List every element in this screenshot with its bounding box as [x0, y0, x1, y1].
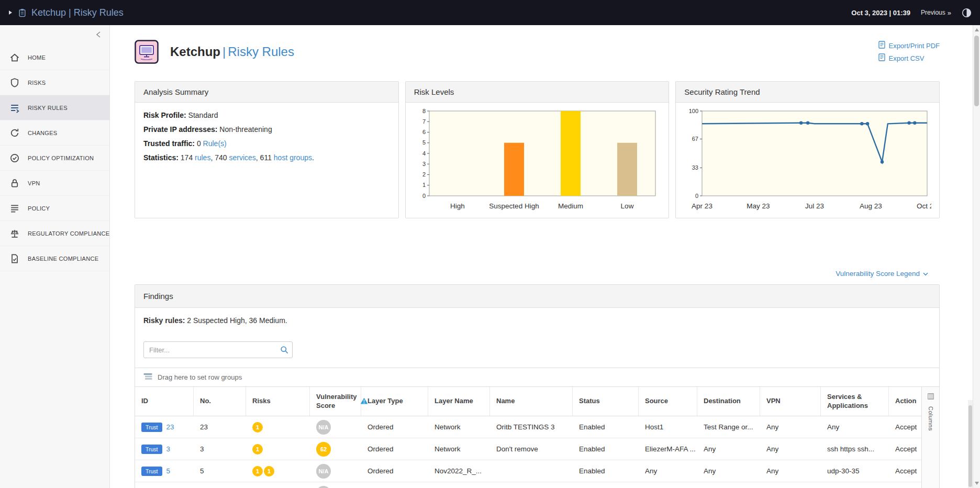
- columns-tab-label: Columns: [928, 406, 934, 431]
- stats-link-rules[interactable]: rules: [195, 153, 210, 162]
- row-groups-dropzone[interactable]: Drag here to set row groups: [135, 368, 939, 387]
- search-icon[interactable]: [280, 346, 288, 354]
- stats-link-services[interactable]: services: [229, 153, 255, 162]
- col-header-status[interactable]: Status: [573, 387, 639, 416]
- columns-tab[interactable]: Columns: [921, 387, 939, 488]
- cell: Ordered: [361, 460, 428, 482]
- rule-id-link[interactable]: 23: [166, 423, 174, 431]
- cell-id: Trust5: [135, 460, 194, 482]
- vulnerability-score-legend-link[interactable]: Vulnerability Score Legend: [836, 270, 928, 278]
- col-header-vpn[interactable]: VPN: [760, 387, 821, 416]
- table-row[interactable]: Trust1N/AOrdered: [135, 482, 921, 488]
- scroll-up-arrow-icon[interactable]: [975, 28, 979, 31]
- sidebar-item-vpn[interactable]: VPN: [0, 171, 109, 196]
- page-scrollbar[interactable]: [973, 25, 980, 488]
- export-csv-link[interactable]: Export CSV: [878, 53, 924, 63]
- cell: Any: [697, 438, 760, 460]
- cell-risks: 1: [246, 482, 310, 488]
- vulnerability-score-badge[interactable]: N/A: [316, 420, 331, 435]
- col-header-no[interactable]: No.: [194, 387, 246, 416]
- trend-marker: [860, 122, 863, 125]
- col-header-id[interactable]: ID: [135, 387, 194, 416]
- risk-count-badge[interactable]: 1: [252, 444, 263, 454]
- vulnerability-score-badge[interactable]: N/A: [316, 486, 331, 488]
- svg-text:5: 5: [422, 139, 426, 146]
- cell: Accept: [889, 460, 921, 482]
- sidebar-item-baseline-compliance[interactable]: BASELINE COMPLIANCE: [0, 246, 109, 271]
- rule-id-link[interactable]: 5: [166, 467, 171, 475]
- risk-levels-title: Risk Levels: [406, 82, 669, 103]
- table-row[interactable]: Trust33162OrderedNetworkDon't removeEnab…: [135, 438, 921, 460]
- stats-link-host-groups[interactable]: host groups: [274, 153, 312, 162]
- double-chevron-right-icon: »: [948, 9, 951, 17]
- svg-text:0: 0: [422, 193, 426, 199]
- collapse-sidebar-icon[interactable]: [96, 30, 101, 40]
- sidebar-item-policy-optimization[interactable]: POLICY OPTIMIZATION: [0, 146, 109, 171]
- col-header-action[interactable]: Action: [889, 387, 921, 416]
- filter-input[interactable]: [143, 341, 293, 358]
- svg-text:4: 4: [422, 150, 426, 157]
- col-header-services-applications[interactable]: Services & Applications: [821, 387, 889, 416]
- topbar-title: Ketchup | Risky Rules: [31, 7, 124, 18]
- vulnerability-score-badge[interactable]: N/A: [316, 464, 331, 479]
- sidebar-item-changes[interactable]: CHANGES: [0, 120, 109, 146]
- page-title: Ketchup|Risky Rules: [170, 45, 294, 59]
- col-header-destination[interactable]: Destination: [697, 387, 760, 416]
- cell: Oritb TESTINGS 3: [490, 416, 573, 438]
- compliance-icon: [9, 228, 20, 239]
- svg-text:Medium: Medium: [558, 202, 583, 210]
- bar-medium: [561, 111, 581, 196]
- svg-text:33: 33: [692, 164, 698, 171]
- table-row[interactable]: Trust5511N/AOrderedNov2022_R_...EnabledA…: [135, 460, 921, 482]
- trusted-rules-link[interactable]: Rule(s): [203, 139, 227, 148]
- expand-caret-icon[interactable]: [8, 10, 13, 15]
- report-icon: [18, 8, 27, 17]
- vulnerability-score-badge[interactable]: 62: [316, 442, 331, 457]
- trust-badge: Trust: [141, 423, 162, 432]
- cell-vulnerability: N/A: [310, 460, 361, 482]
- grid-scrollbar-thumb[interactable]: [968, 405, 972, 487]
- risk-levels-chart: 012345678HighSuspected HighMediumLow: [414, 106, 661, 217]
- sidebar-item-home[interactable]: HOME: [0, 45, 109, 70]
- table-row[interactable]: Trust23231N/AOrderedNetworkOritb TESTING…: [135, 416, 921, 438]
- theme-toggle-icon[interactable]: [962, 8, 972, 18]
- cell: 23: [194, 416, 246, 438]
- rule-id-link[interactable]: 3: [166, 445, 171, 453]
- findings-grid: Drag here to set row groups IDNo.RisksVu…: [135, 368, 939, 488]
- col-header-risks[interactable]: Risks: [246, 387, 310, 416]
- sidebar-item-risks[interactable]: RISKS: [0, 70, 109, 95]
- sidebar-item-policy[interactable]: POLICY: [0, 196, 109, 221]
- cell: [697, 482, 760, 488]
- previous-report-link[interactable]: Previous »: [921, 9, 951, 17]
- cell: Host1: [639, 416, 697, 438]
- sidebar-item-regulatory-compliance[interactable]: REGULATORY COMPLIANCE: [0, 221, 109, 246]
- col-header-name[interactable]: Name: [490, 387, 573, 416]
- sidebar-item-risky-rules[interactable]: RISKY RULES: [0, 95, 109, 120]
- svg-text:100: 100: [688, 108, 698, 114]
- col-header-layer-type[interactable]: Layer Type: [361, 387, 428, 416]
- risk-count-badge[interactable]: 1: [252, 466, 263, 476]
- cell: 3: [194, 438, 246, 460]
- analysis-summary-title: Analysis Summary: [135, 82, 398, 103]
- page-scrollbar-thumb[interactable]: [974, 36, 979, 106]
- risk-count-badge[interactable]: 1: [252, 422, 263, 432]
- export-links: Export/Print PDF Export CSV: [878, 41, 940, 63]
- col-header-layer-name[interactable]: Layer Name: [428, 387, 490, 416]
- grid-scrollbar[interactable]: [968, 400, 973, 488]
- cell: [760, 482, 821, 488]
- export-pdf-link[interactable]: Export/Print PDF: [878, 41, 940, 50]
- scroll-down-arrow-icon[interactable]: [975, 482, 979, 485]
- page-header: Ketchup|Risky Rules Export/Print PDF Exp…: [135, 40, 940, 64]
- security-rating-trend-chart: 03367100Apr 23May 23Jul 23Aug 23Oct 23: [684, 106, 931, 217]
- sidebar-item-label: CHANGES: [28, 130, 58, 136]
- risk-levels-chart-container: 012345678HighSuspected HighMediumLow: [406, 103, 669, 218]
- home-icon: [9, 52, 20, 63]
- chevron-down-icon: [923, 270, 928, 278]
- col-header-source[interactable]: Source: [639, 387, 697, 416]
- svg-text:67: 67: [692, 136, 698, 142]
- trend-marker: [913, 121, 916, 125]
- svg-text:8: 8: [422, 108, 426, 114]
- cell-id: Trust3: [135, 438, 194, 460]
- risk-count-badge[interactable]: 1: [264, 466, 274, 476]
- col-header-vulnerability-score[interactable]: Vulnerability Score: [310, 387, 361, 416]
